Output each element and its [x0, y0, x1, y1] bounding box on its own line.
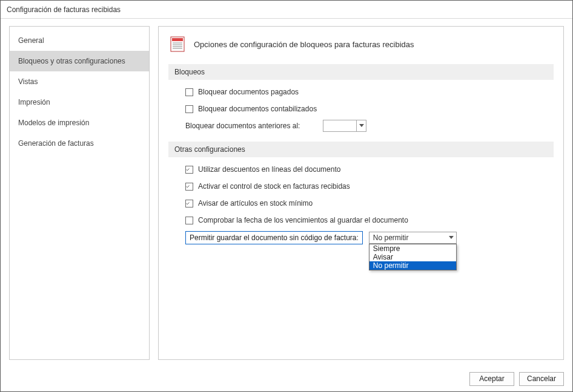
button-label: Cancelar	[527, 374, 556, 383]
sidebar-item-impresion[interactable]: Impresión	[10, 92, 149, 113]
row-vencimientos: Comprobar la fecha de los vencimientos a…	[185, 214, 544, 226]
sidebar-item-general[interactable]: General	[10, 30, 149, 51]
main-panel: Opciones de configuración de bloqueos pa…	[158, 26, 564, 360]
sidebar-item-modelos[interactable]: Modelos de impresión	[10, 113, 149, 133]
label-pagados: Bloquear documentos pagados	[198, 88, 299, 96]
svg-marker-8	[359, 124, 364, 127]
sidebar-item-label: Bloqueos y otras configuraciones	[18, 57, 125, 65]
page-heading: Opciones de configuración de bloqueos pa…	[168, 35, 554, 53]
label-contabilizados: Bloquear documentos contabilizados	[198, 105, 317, 113]
row-bloquear-anteriores: Bloquear documentos anteriores al:	[185, 120, 544, 132]
dropdown-item-no-permitir[interactable]: No permitir	[369, 261, 456, 270]
titlebar: Configuración de facturas recibidas	[1, 1, 572, 19]
label-vencimientos: Comprobar la fecha de los vencimientos a…	[198, 216, 408, 224]
select-permitir[interactable]: No permitir	[369, 232, 457, 244]
sidebar-item-label: Impresión	[18, 98, 50, 106]
section-header-bloqueos: Bloqueos	[168, 64, 554, 80]
sidebar-item-vistas[interactable]: Vistas	[10, 71, 149, 92]
sidebar-item-bloqueos[interactable]: Bloqueos y otras configuraciones	[10, 51, 149, 71]
row-descuentos: Utilizar descuentos en líneas del docume…	[185, 163, 544, 175]
label-permitir: Permitir guardar el documento sin código…	[185, 231, 363, 244]
accept-button[interactable]: Aceptar	[469, 372, 514, 386]
section-header-otras: Otras configuraciones	[168, 142, 554, 157]
row-stock: Activar el control de stock en facturas …	[185, 180, 544, 192]
select-value: No permitir	[373, 234, 409, 242]
dialog-footer: Aceptar Cancelar	[1, 366, 572, 391]
sidebar-item-label: General	[18, 36, 44, 45]
row-stock-min: Avisar de artículos en stock mínimo	[185, 197, 544, 209]
date-input-anteriores[interactable]	[323, 120, 366, 132]
dialog-body: General Bloqueos y otras configuraciones…	[1, 19, 572, 366]
svg-rect-3	[172, 38, 183, 41]
svg-marker-9	[449, 236, 454, 239]
dropdown-item-siempre[interactable]: Siempre	[369, 244, 456, 253]
chevron-down-icon	[356, 120, 366, 131]
row-bloquear-contabilizados: Bloquear documentos contabilizados	[185, 103, 544, 115]
checkbox-descuentos[interactable]	[185, 166, 193, 174]
window-title: Configuración de facturas recibidas	[7, 5, 543, 14]
checkbox-vencimientos[interactable]	[185, 217, 193, 224]
chevron-down-icon	[446, 232, 456, 243]
checkbox-stock[interactable]	[185, 183, 193, 191]
dropdown-permitir: Siempre Avisar No permitir	[369, 244, 457, 270]
label-anteriores: Bloquear documentos anteriores al:	[185, 122, 300, 130]
sidebar-item-label: Generación de facturas	[18, 139, 94, 148]
cancel-button[interactable]: Cancelar	[519, 372, 564, 386]
row-permitir: Permitir guardar el documento sin código…	[185, 231, 544, 244]
document-icon	[168, 35, 187, 53]
label-stock-min: Avisar de artículos en stock mínimo	[198, 199, 313, 207]
sidebar-item-label: Modelos de impresión	[18, 119, 89, 127]
sidebar-item-label: Vistas	[18, 77, 38, 86]
row-bloquear-pagados: Bloquear documentos pagados	[185, 86, 544, 98]
close-button[interactable]	[543, 1, 568, 18]
dropdown-item-avisar[interactable]: Avisar	[369, 253, 456, 261]
checkbox-contabilizados[interactable]	[185, 105, 193, 113]
section-body-bloqueos: Bloquear documentos pagados Bloquear doc…	[168, 80, 554, 139]
label-descuentos: Utilizar descuentos en líneas del docume…	[198, 165, 340, 174]
sidebar-item-generacion[interactable]: Generación de facturas	[10, 133, 149, 154]
sidebar: General Bloqueos y otras configuraciones…	[9, 26, 150, 360]
section-body-otras: Utilizar descuentos en líneas del docume…	[168, 157, 554, 252]
label-stock: Activar el control de stock en facturas …	[198, 182, 350, 191]
dialog-window: Configuración de facturas recibidas Gene…	[0, 0, 573, 392]
button-label: Aceptar	[479, 374, 504, 383]
checkbox-stock-min[interactable]	[185, 200, 193, 207]
page-title: Opciones de configuración de bloqueos pa…	[194, 40, 414, 49]
checkbox-pagados[interactable]	[185, 88, 193, 96]
